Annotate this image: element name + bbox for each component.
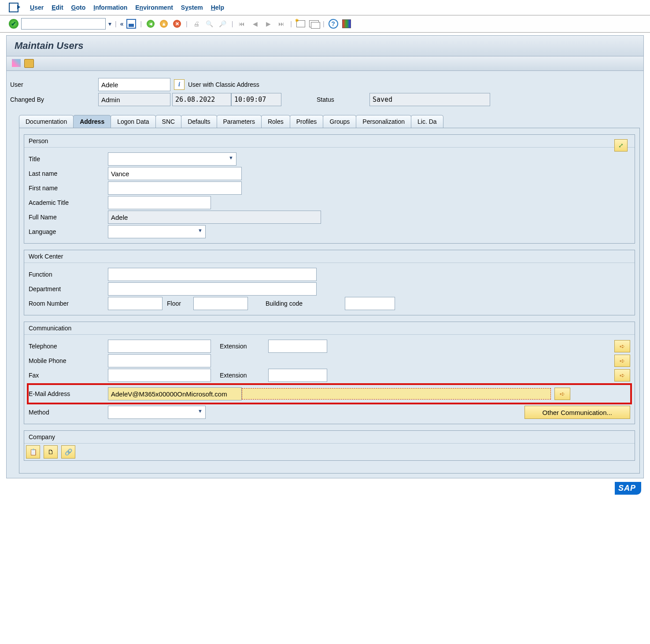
title-select[interactable] [108,152,236,166]
tab-address[interactable]: Address [73,115,111,128]
email-field[interactable] [108,387,242,400]
department-field[interactable] [108,282,317,296]
person-title: Person [24,135,635,148]
tab-groups[interactable]: Groups [323,115,356,128]
telephone-label: Telephone [29,343,108,350]
changed-time-field [231,93,281,106]
back-icon[interactable]: ◄ [145,19,156,29]
department-label: Department [29,285,108,292]
tel-ext-field[interactable] [268,340,327,353]
help-icon[interactable]: ? [328,19,339,29]
create-company-icon[interactable]: 🗋 [44,445,58,459]
tab-defaults[interactable]: Defaults [181,115,217,128]
exit-icon[interactable] [9,3,18,12]
mobile-detail-icon[interactable]: ➪ [614,355,630,367]
person-group: Person ⤢ Title Last name First name Acad… [24,134,635,244]
next-page-icon: ▶ [263,19,273,29]
address-panel: Person ⤢ Title Last name First name Acad… [19,128,640,474]
email-label: E-Mail Address [29,390,108,397]
tab-parameters[interactable]: Parameters [217,115,262,128]
tabstrip: Documentation Address Logon Data SNC Def… [19,115,640,128]
find-next-icon: 🔎 [218,19,228,29]
email-highlight-row: E-Mail Address ➪ [27,383,632,404]
menu-help[interactable]: Help [211,4,224,11]
main-toolbar: ✔ ▾ | « | ◄ ▲ ✕ | 🖨 🔍 🔎 | ⏮ ◀ ▶ ⏭ | | ? [0,15,650,33]
tab-logon-data[interactable]: Logon Data [111,115,155,128]
last-name-field[interactable] [108,167,242,180]
lock-icon[interactable] [24,59,34,68]
communication-title: Communication [24,322,635,335]
other-communication-button[interactable]: Other Communication... [524,406,630,419]
fax-field[interactable] [108,369,211,382]
tab-documentation[interactable]: Documentation [19,115,74,128]
fax-ext-field[interactable] [268,369,327,382]
layout-icon[interactable] [309,19,319,29]
menu-information[interactable]: Information [93,4,127,11]
tab-lic-data[interactable]: Lic. Da [411,115,443,128]
status-label: Status [317,96,369,103]
exit-ball-icon[interactable]: ▲ [159,19,169,29]
tel-detail-icon[interactable]: ➪ [614,340,630,352]
method-label: Method [29,409,108,416]
save-icon[interactable] [126,19,137,29]
fax-detail-icon[interactable]: ➪ [614,369,630,381]
tel-ext-label: Extension [220,343,268,350]
acad-title-field[interactable] [108,196,211,209]
mobile-label: Mobile Phone [29,357,108,364]
tab-personalization[interactable]: Personalization [356,115,411,128]
building-label: Building code [266,300,318,307]
tab-profiles[interactable]: Profiles [290,115,324,128]
menu-user[interactable]: User [30,4,44,11]
changed-date-field [172,93,231,106]
prev-page-icon: ◀ [250,19,260,29]
command-dropdown-icon[interactable]: ▾ [108,20,111,27]
first-name-field[interactable] [108,181,242,195]
tab-snc[interactable]: SNC [155,115,182,128]
expand-icon[interactable]: ⤢ [614,139,628,152]
language-select[interactable] [108,225,206,238]
fax-ext-label: Extension [220,372,268,379]
company-group: Company 📋 🗋 🔗 [24,430,635,461]
link-company-icon[interactable]: 🔗 [61,445,75,459]
menu-environment[interactable]: Environment [135,4,173,11]
communication-group: Communication Telephone Extension ➪ Mobi… [24,322,635,424]
assign-company-icon[interactable]: 📋 [26,445,40,459]
wizard-icon[interactable] [12,59,21,67]
full-name-label: Full Name [29,214,108,221]
content-panel: User i User with Classic Address Changed… [6,71,644,478]
tab-roles[interactable]: Roles [261,115,290,128]
building-field[interactable] [345,297,395,310]
cancel-icon[interactable]: ✕ [172,19,182,29]
page-title: Maintain Users [6,35,644,56]
method-select[interactable] [108,406,206,419]
full-name-field [108,211,321,224]
room-field[interactable] [108,297,162,310]
telephone-field[interactable] [108,340,211,353]
email-extended-bar [242,388,551,400]
enter-icon[interactable]: ✔ [9,19,18,29]
email-detail-icon[interactable]: ➪ [554,388,570,400]
footer: SAP [0,478,650,498]
floor-field[interactable] [193,297,248,310]
customize-icon[interactable] [341,19,352,29]
user-field[interactable] [98,78,170,91]
room-label: Room Number [29,300,108,307]
menu-edit[interactable]: Edit [52,4,63,11]
menubar: User Edit Goto Information Environment S… [0,0,650,15]
last-page-icon: ⏭ [276,19,287,29]
function-label: Function [29,271,108,278]
work-center-title: Work Center [24,250,635,263]
app-toolbar [6,56,644,71]
first-page-icon: ⏮ [236,19,247,29]
menu-goto[interactable]: Goto [71,4,86,11]
menu-system[interactable]: System [181,4,203,11]
info-icon[interactable]: i [174,79,185,90]
collapse-icon[interactable]: « [120,20,124,27]
command-field[interactable] [21,18,106,30]
mobile-field[interactable] [108,354,211,367]
function-field[interactable] [108,268,317,281]
work-center-group: Work Center Function Department Room Num… [24,250,635,315]
new-session-icon[interactable] [295,19,306,29]
language-label: Language [29,228,108,235]
status-field [369,93,490,106]
